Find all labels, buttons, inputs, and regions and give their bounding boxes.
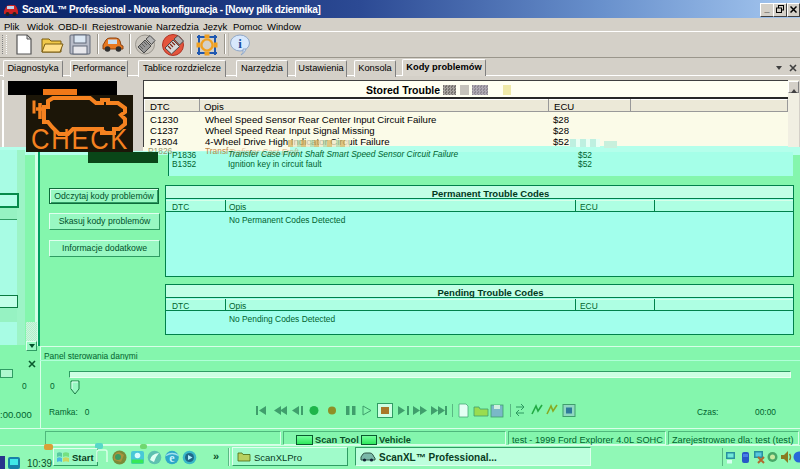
svg-text:i: i	[238, 36, 242, 51]
svg-text:e: e	[169, 451, 175, 465]
